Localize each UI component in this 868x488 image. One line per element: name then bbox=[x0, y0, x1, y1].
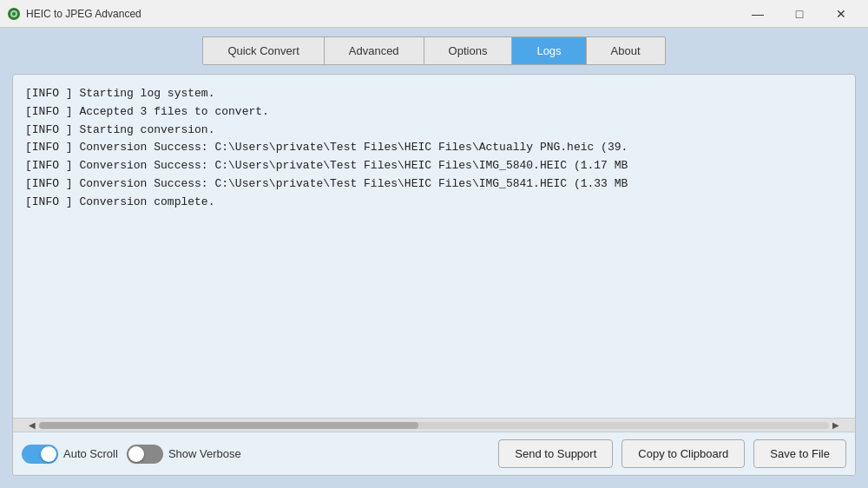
scroll-right-arrow[interactable]: ▶ bbox=[832, 420, 839, 430]
log-panel: [INFO ] Starting log system.[INFO ] Acce… bbox=[12, 74, 856, 476]
close-button[interactable]: ✕ bbox=[821, 0, 861, 28]
horizontal-scrollbar[interactable]: ◀ ▶ bbox=[13, 418, 855, 432]
log-line: [INFO ] Starting conversion. bbox=[25, 122, 843, 140]
auto-scroll-track bbox=[22, 445, 58, 464]
tab-bar: Quick Convert Advanced Options Logs Abou… bbox=[12, 36, 856, 65]
log-line: [INFO ] Conversion complete. bbox=[25, 194, 843, 212]
show-verbose-track bbox=[127, 445, 163, 464]
show-verbose-thumb bbox=[128, 446, 144, 462]
log-line: [INFO ] Conversion Success: C:\Users\pri… bbox=[25, 139, 843, 157]
tab-logs[interactable]: Logs bbox=[512, 37, 586, 64]
app-icon bbox=[7, 7, 21, 21]
log-line: [INFO ] Conversion Success: C:\Users\pri… bbox=[25, 175, 843, 194]
show-verbose-label: Show Verbose bbox=[168, 447, 241, 460]
main-content: Quick Convert Advanced Options Logs Abou… bbox=[0, 28, 868, 488]
log-line: [INFO ] Accepted 3 files to convert. bbox=[25, 103, 843, 122]
app-title: HEIC to JPEG Advanced bbox=[26, 8, 738, 20]
bottom-bar: Auto Scroll Show Verbose Send to Support… bbox=[13, 432, 855, 475]
send-to-support-button[interactable]: Send to Support bbox=[498, 439, 613, 468]
titlebar: HEIC to JPEG Advanced — □ ✕ bbox=[0, 0, 868, 28]
scrollbar-thumb[interactable] bbox=[39, 422, 418, 429]
save-to-file-button[interactable]: Save to File bbox=[753, 439, 846, 468]
log-line: [INFO ] Starting log system. bbox=[25, 85, 843, 103]
auto-scroll-group: Auto Scroll bbox=[22, 445, 118, 464]
window-controls: — □ ✕ bbox=[738, 0, 861, 28]
auto-scroll-thumb bbox=[41, 446, 56, 462]
tab-options[interactable]: Options bbox=[424, 37, 513, 64]
show-verbose-group: Show Verbose bbox=[127, 445, 241, 464]
scrollbar-track[interactable] bbox=[39, 422, 829, 429]
tab-about[interactable]: About bbox=[587, 37, 665, 64]
copy-to-clipboard-button[interactable]: Copy to Clipboard bbox=[621, 439, 745, 468]
show-verbose-toggle[interactable] bbox=[127, 445, 163, 464]
auto-scroll-label: Auto Scroll bbox=[63, 447, 118, 460]
log-area: [INFO ] Starting log system.[INFO ] Acce… bbox=[13, 75, 855, 418]
scroll-left-arrow[interactable]: ◀ bbox=[29, 420, 36, 430]
minimize-button[interactable]: — bbox=[738, 0, 778, 28]
tab-quick-convert[interactable]: Quick Convert bbox=[203, 37, 324, 64]
maximize-button[interactable]: □ bbox=[779, 0, 819, 28]
tab-container: Quick Convert Advanced Options Logs Abou… bbox=[202, 36, 665, 65]
log-line: [INFO ] Conversion Success: C:\Users\pri… bbox=[25, 157, 843, 175]
svg-point-2 bbox=[12, 12, 16, 16]
tab-advanced[interactable]: Advanced bbox=[325, 37, 424, 64]
auto-scroll-toggle[interactable] bbox=[22, 445, 58, 464]
